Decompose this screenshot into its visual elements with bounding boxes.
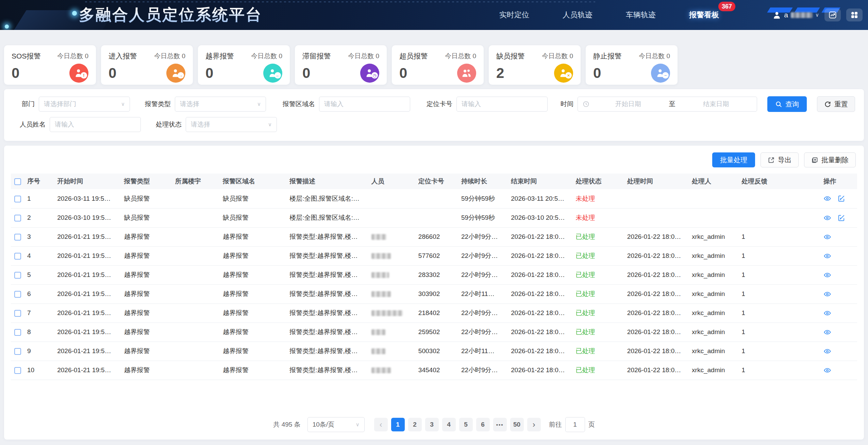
index-cell: 3: [24, 227, 54, 246]
view-icon[interactable]: [823, 366, 831, 374]
stat-card-overman: 超员报警今日总数 00: [392, 45, 484, 85]
start-cell: 2026-01-21 19:5…: [54, 361, 120, 380]
row-checkbox[interactable]: [14, 329, 21, 336]
filter-panel: 部门 请选择部门∨ 报警类型 请选择∨ 报警区域名 请输入 定位卡号 请输入 时…: [4, 89, 864, 141]
alarm-type-select[interactable]: 请选择∨: [175, 97, 266, 112]
batch-process-button[interactable]: 批量处理: [712, 152, 755, 167]
row-checkbox[interactable]: [14, 291, 21, 298]
page-button-4[interactable]: 4: [442, 418, 456, 431]
department-select[interactable]: 请选择部门∨: [39, 97, 130, 112]
edit-icon[interactable]: [837, 214, 845, 222]
area-cell: 越界报警: [219, 303, 286, 323]
handle-status-select[interactable]: 请选择∨: [186, 117, 277, 132]
row-checkbox[interactable]: [14, 215, 21, 221]
next-page-button[interactable]: ›: [527, 418, 541, 431]
view-icon[interactable]: [823, 195, 831, 202]
desc-cell: 报警类型:越界报警,楼…: [286, 361, 368, 380]
view-icon[interactable]: [823, 271, 831, 279]
page-button-50[interactable]: 50: [510, 418, 524, 431]
view-icon[interactable]: [823, 328, 831, 336]
page-button-1[interactable]: 1: [391, 418, 405, 431]
person-name-input[interactable]: 请输入: [50, 117, 141, 132]
row-checkbox[interactable]: [14, 253, 21, 260]
handle_time-cell: 2026-01-22 18:0…: [624, 323, 688, 342]
edit-icon[interactable]: [837, 195, 845, 202]
area-name-input[interactable]: 请输入: [319, 97, 410, 112]
goto-page-input[interactable]: 1: [565, 417, 585, 432]
reset-button[interactable]: 重置: [817, 96, 855, 112]
desc-cell: 报警类型:越界报警,楼…: [286, 246, 368, 265]
stat-card-today-total: 今日总数 0: [348, 52, 379, 61]
index-cell: 1: [24, 189, 54, 208]
stat-card-bottom: 2×: [496, 64, 573, 83]
pagination-total: 共 495 条: [273, 420, 300, 429]
batch-delete-button[interactable]: 批量删除: [804, 152, 856, 167]
prev-page-button[interactable]: ‹: [374, 418, 388, 431]
card-no-input[interactable]: 请输入: [456, 97, 548, 112]
nav-item-person-track[interactable]: 人员轨迹: [563, 10, 592, 20]
user-menu[interactable]: a ∨: [772, 11, 819, 19]
index-cell: 7: [24, 303, 54, 323]
stat-card-title: 静止报警: [593, 51, 622, 61]
user-zone: a ∨: [772, 0, 863, 30]
nav-item-realtime-location[interactable]: 实时定位: [499, 10, 529, 20]
analytics-button[interactable]: [824, 9, 841, 21]
end-cell: 2026-01-22 18:0…: [507, 284, 572, 303]
sel-cell: [11, 265, 24, 284]
row-checkbox[interactable]: [14, 196, 21, 202]
handler-cell: xrkc_admin: [688, 265, 738, 284]
index-cell: 9: [24, 342, 54, 361]
view-icon[interactable]: [823, 252, 831, 260]
start-cell: 2026-03-11 19:5…: [54, 189, 120, 208]
page-button-6[interactable]: 6: [476, 418, 490, 431]
view-icon[interactable]: [823, 347, 831, 355]
row-checkbox[interactable]: [14, 234, 21, 241]
user-icon: [772, 11, 781, 19]
stat-card-value: 0: [399, 66, 407, 80]
more-pages-button[interactable]: •••: [493, 418, 507, 431]
page-button-5[interactable]: 5: [459, 418, 473, 431]
stat-icon-badge: →: [178, 72, 184, 79]
view-icon[interactable]: [823, 290, 831, 298]
row-checkbox[interactable]: [14, 348, 21, 355]
view-icon[interactable]: [823, 214, 831, 222]
row-checkbox[interactable]: [14, 310, 21, 317]
row-checkbox[interactable]: [14, 367, 21, 374]
page-size-select[interactable]: 10条/页∨: [307, 417, 365, 432]
page-button-3[interactable]: 3: [425, 418, 439, 431]
date-range-picker[interactable]: 开始日期 至 结束日期: [578, 97, 757, 112]
area-name-label: 报警区域名: [274, 100, 315, 109]
view-icon[interactable]: [823, 309, 831, 317]
row-actions: [823, 252, 854, 260]
search-icon: [775, 101, 782, 108]
select-all-checkbox[interactable]: [14, 178, 21, 185]
column-header-end: 结束时间: [507, 174, 572, 189]
index-cell: 4: [24, 246, 54, 265]
handle_time-cell: 2026-01-22 18:0…: [624, 265, 688, 284]
nav-item-label: 实时定位: [499, 11, 529, 19]
person-clock-icon: ◷: [360, 64, 379, 83]
area-cell: 越界报警: [219, 342, 286, 361]
desc-cell: 报警类型:越界报警,楼…: [286, 284, 368, 303]
time-label: 时间: [557, 100, 573, 109]
start-date-input[interactable]: 开始日期: [592, 100, 664, 109]
nav-item-alarm-board[interactable]: 报警看板367: [689, 10, 719, 20]
stat-card-title: 进入报警: [108, 51, 137, 61]
view-icon[interactable]: [823, 233, 831, 241]
index-cell: 6: [24, 284, 54, 303]
building-cell: [172, 189, 219, 208]
export-button[interactable]: 导出: [761, 152, 799, 167]
stat-card-today-total: 今日总数 0: [445, 52, 476, 61]
type-cell: 越界报警: [121, 303, 172, 323]
table-header-row: 序号开始时间报警类型所属楼宇报警区域名报警描述人员定位卡号持续时长结束时间处理状…: [11, 174, 857, 189]
stat-card-top: 滞留报警今日总数 0: [302, 51, 379, 61]
end-date-input[interactable]: 结束日期: [680, 100, 752, 109]
page-button-2[interactable]: 2: [408, 418, 422, 431]
duration-cell: 22小时9分…: [458, 323, 507, 342]
search-button[interactable]: 查询: [767, 96, 807, 112]
row-checkbox[interactable]: [14, 272, 21, 279]
nav-item-vehicle-track[interactable]: 车辆轨迹: [626, 10, 656, 20]
building-cell: [172, 227, 219, 246]
apps-grid-button[interactable]: [846, 9, 863, 21]
handler-cell: [688, 208, 738, 227]
